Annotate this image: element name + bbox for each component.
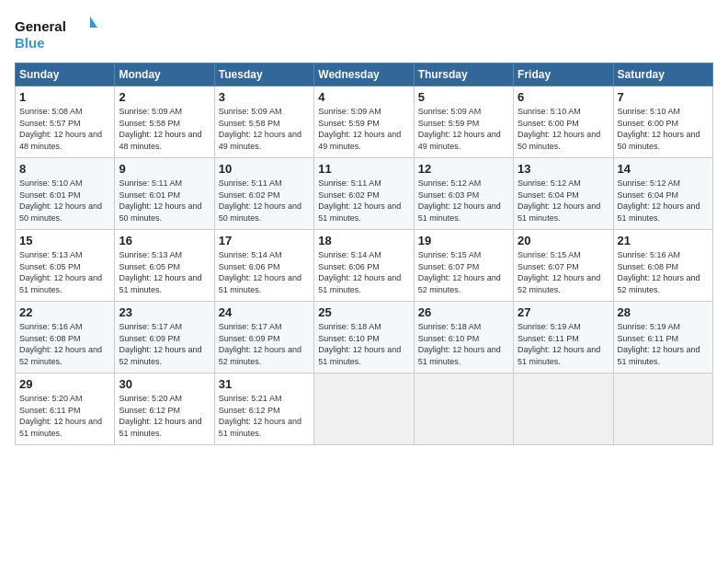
day-number: 10 xyxy=(219,162,310,176)
logo: General Blue xyxy=(15,15,97,53)
day-info: Sunrise: 5:15 AMSunset: 6:07 PMDaylight:… xyxy=(418,250,501,294)
calendar-cell: 29Sunrise: 5:20 AMSunset: 6:11 PMDayligh… xyxy=(16,373,115,445)
day-info: Sunrise: 5:10 AMSunset: 6:00 PMDaylight:… xyxy=(518,107,600,151)
day-number: 29 xyxy=(19,377,110,391)
calendar-cell: 4Sunrise: 5:09 AMSunset: 5:59 PMDaylight… xyxy=(314,86,414,158)
calendar-cell: 3Sunrise: 5:09 AMSunset: 5:58 PMDaylight… xyxy=(214,86,313,158)
calendar-cell: 8Sunrise: 5:10 AMSunset: 6:01 PMDaylight… xyxy=(16,158,115,230)
calendar-table: SundayMondayTuesdayWednesdayThursdayFrid… xyxy=(15,63,713,445)
day-info: Sunrise: 5:09 AMSunset: 5:59 PMDaylight:… xyxy=(318,107,401,151)
calendar-cell: 24Sunrise: 5:17 AMSunset: 6:09 PMDayligh… xyxy=(214,302,313,373)
day-number: 15 xyxy=(19,234,110,247)
day-info: Sunrise: 5:11 AMSunset: 6:01 PMDaylight:… xyxy=(119,178,201,223)
calendar-cell: 9Sunrise: 5:11 AMSunset: 6:01 PMDaylight… xyxy=(115,158,214,230)
day-info: Sunrise: 5:12 AMSunset: 6:03 PMDaylight:… xyxy=(418,178,501,223)
day-number: 13 xyxy=(518,162,609,176)
day-info: Sunrise: 5:10 AMSunset: 6:00 PMDaylight:… xyxy=(618,107,700,151)
day-info: Sunrise: 5:16 AMSunset: 6:08 PMDaylight:… xyxy=(19,322,102,366)
day-info: Sunrise: 5:11 AMSunset: 6:02 PMDaylight:… xyxy=(318,178,401,223)
day-info: Sunrise: 5:20 AMSunset: 6:12 PMDaylight:… xyxy=(119,394,201,438)
day-info: Sunrise: 5:13 AMSunset: 6:05 PMDaylight:… xyxy=(119,250,201,294)
day-number: 24 xyxy=(219,305,310,319)
calendar-cell: 13Sunrise: 5:12 AMSunset: 6:04 PMDayligh… xyxy=(514,158,613,230)
calendar-week-row: 1Sunrise: 5:08 AMSunset: 5:57 PMDaylight… xyxy=(16,86,713,158)
day-number: 5 xyxy=(418,90,509,104)
weekday-header: Sunday xyxy=(16,63,115,86)
calendar-cell: 6Sunrise: 5:10 AMSunset: 6:00 PMDaylight… xyxy=(514,86,613,158)
day-number: 9 xyxy=(119,162,210,176)
calendar-cell: 1Sunrise: 5:08 AMSunset: 5:57 PMDaylight… xyxy=(16,86,115,158)
calendar-cell: 2Sunrise: 5:09 AMSunset: 5:58 PMDaylight… xyxy=(115,86,214,158)
calendar-cell: 22Sunrise: 5:16 AMSunset: 6:08 PMDayligh… xyxy=(16,302,115,373)
day-info: Sunrise: 5:09 AMSunset: 5:58 PMDaylight:… xyxy=(119,107,201,151)
calendar-cell: 23Sunrise: 5:17 AMSunset: 6:09 PMDayligh… xyxy=(115,302,214,373)
calendar-cell: 19Sunrise: 5:15 AMSunset: 6:07 PMDayligh… xyxy=(414,230,513,302)
day-info: Sunrise: 5:17 AMSunset: 6:09 PMDaylight:… xyxy=(119,322,201,366)
calendar-cell: 5Sunrise: 5:09 AMSunset: 5:59 PMDaylight… xyxy=(414,86,513,158)
day-info: Sunrise: 5:12 AMSunset: 6:04 PMDaylight:… xyxy=(618,178,700,223)
day-number: 20 xyxy=(518,234,609,247)
day-number: 11 xyxy=(318,162,409,176)
day-number: 21 xyxy=(618,234,709,247)
calendar-cell: 10Sunrise: 5:11 AMSunset: 6:02 PMDayligh… xyxy=(214,158,313,230)
calendar-cell: 18Sunrise: 5:14 AMSunset: 6:06 PMDayligh… xyxy=(314,230,414,302)
day-info: Sunrise: 5:21 AMSunset: 6:12 PMDaylight:… xyxy=(219,394,301,438)
calendar-week-row: 8Sunrise: 5:10 AMSunset: 6:01 PMDaylight… xyxy=(16,158,713,230)
day-number: 12 xyxy=(418,162,509,176)
calendar-cell xyxy=(314,373,414,445)
calendar-week-row: 22Sunrise: 5:16 AMSunset: 6:08 PMDayligh… xyxy=(16,302,713,373)
weekday-header: Friday xyxy=(514,63,613,86)
day-number: 25 xyxy=(318,305,409,319)
logo-svg: General Blue xyxy=(15,15,97,53)
calendar-cell xyxy=(514,373,613,445)
weekday-header-row: SundayMondayTuesdayWednesdayThursdayFrid… xyxy=(16,63,713,86)
day-info: Sunrise: 5:14 AMSunset: 6:06 PMDaylight:… xyxy=(219,250,301,294)
day-number: 6 xyxy=(518,90,609,104)
day-number: 27 xyxy=(518,305,609,319)
calendar-cell: 17Sunrise: 5:14 AMSunset: 6:06 PMDayligh… xyxy=(214,230,313,302)
weekday-header: Saturday xyxy=(613,63,712,86)
day-number: 16 xyxy=(119,234,210,247)
day-info: Sunrise: 5:16 AMSunset: 6:08 PMDaylight:… xyxy=(618,250,700,294)
calendar-week-row: 29Sunrise: 5:20 AMSunset: 6:11 PMDayligh… xyxy=(16,373,713,445)
day-number: 14 xyxy=(618,162,709,176)
calendar-cell: 26Sunrise: 5:18 AMSunset: 6:10 PMDayligh… xyxy=(414,302,513,373)
day-info: Sunrise: 5:18 AMSunset: 6:10 PMDaylight:… xyxy=(318,322,401,366)
calendar-cell: 7Sunrise: 5:10 AMSunset: 6:00 PMDaylight… xyxy=(613,86,712,158)
calendar-cell: 15Sunrise: 5:13 AMSunset: 6:05 PMDayligh… xyxy=(16,230,115,302)
day-info: Sunrise: 5:10 AMSunset: 6:01 PMDaylight:… xyxy=(19,178,102,223)
calendar-week-row: 15Sunrise: 5:13 AMSunset: 6:05 PMDayligh… xyxy=(16,230,713,302)
page-header: General Blue xyxy=(15,15,713,53)
day-info: Sunrise: 5:17 AMSunset: 6:09 PMDaylight:… xyxy=(219,322,301,366)
day-info: Sunrise: 5:15 AMSunset: 6:07 PMDaylight:… xyxy=(518,250,600,294)
day-number: 22 xyxy=(19,305,110,319)
day-number: 4 xyxy=(318,90,409,104)
day-number: 3 xyxy=(219,90,310,104)
day-info: Sunrise: 5:14 AMSunset: 6:06 PMDaylight:… xyxy=(318,250,401,294)
calendar-cell: 25Sunrise: 5:18 AMSunset: 6:10 PMDayligh… xyxy=(314,302,414,373)
calendar-cell: 11Sunrise: 5:11 AMSunset: 6:02 PMDayligh… xyxy=(314,158,414,230)
day-info: Sunrise: 5:11 AMSunset: 6:02 PMDaylight:… xyxy=(219,178,301,223)
day-number: 2 xyxy=(119,90,210,104)
day-number: 1 xyxy=(19,90,110,104)
calendar-cell: 20Sunrise: 5:15 AMSunset: 6:07 PMDayligh… xyxy=(514,230,613,302)
day-number: 28 xyxy=(618,305,709,319)
calendar-cell: 12Sunrise: 5:12 AMSunset: 6:03 PMDayligh… xyxy=(414,158,513,230)
day-number: 8 xyxy=(19,162,110,176)
weekday-header: Wednesday xyxy=(314,63,414,86)
day-info: Sunrise: 5:20 AMSunset: 6:11 PMDaylight:… xyxy=(19,394,102,438)
day-info: Sunrise: 5:08 AMSunset: 5:57 PMDaylight:… xyxy=(19,107,102,151)
day-info: Sunrise: 5:18 AMSunset: 6:10 PMDaylight:… xyxy=(418,322,501,366)
svg-marker-2 xyxy=(90,17,97,28)
day-number: 7 xyxy=(618,90,709,104)
svg-text:General: General xyxy=(15,18,66,34)
day-number: 17 xyxy=(219,234,310,247)
calendar-cell xyxy=(613,373,712,445)
calendar-cell: 28Sunrise: 5:19 AMSunset: 6:11 PMDayligh… xyxy=(613,302,712,373)
day-info: Sunrise: 5:19 AMSunset: 6:11 PMDaylight:… xyxy=(518,322,600,366)
day-number: 26 xyxy=(418,305,509,319)
day-number: 18 xyxy=(318,234,409,247)
weekday-header: Monday xyxy=(115,63,214,86)
day-number: 30 xyxy=(119,377,210,391)
day-info: Sunrise: 5:13 AMSunset: 6:05 PMDaylight:… xyxy=(19,250,102,294)
